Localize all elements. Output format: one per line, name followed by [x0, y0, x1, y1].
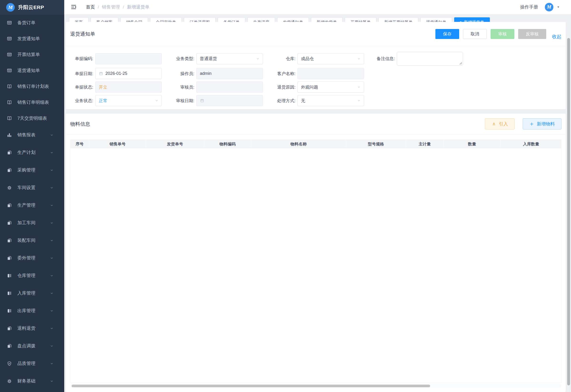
- status-badge: 开立: [99, 84, 107, 90]
- sidebar-item-8[interactable]: 销售报表: [0, 126, 64, 144]
- sidebar-item-19[interactable]: 退料退货: [0, 320, 64, 337]
- biz-type-value: 普通退货: [200, 56, 217, 62]
- sidebar-item-label: 入库管理: [17, 290, 35, 296]
- audit-date-picker[interactable]: [196, 95, 263, 106]
- return-reason-select[interactable]: 外观问题: [297, 82, 364, 93]
- download-icon: [492, 122, 496, 126]
- doc-status-input[interactable]: 开立: [95, 82, 162, 93]
- vertical-scrollbar-thumb[interactable]: [567, 38, 570, 385]
- column-header-8: 数量: [444, 140, 501, 148]
- field-doc-code: 单据编码:: [70, 53, 162, 64]
- sidebar-item-22[interactable]: 财务基础: [0, 372, 64, 390]
- sidebar-item-label: 品质管理: [17, 360, 35, 367]
- biz-status-value: 正常: [99, 98, 107, 104]
- collapse-link[interactable]: 收起: [552, 33, 561, 40]
- sidebar-item-14[interactable]: 装配车间: [0, 232, 64, 249]
- materials-table: 序号销售单号发货单号物料编码物料名称型号规格主计量数量入库数量: [70, 140, 561, 388]
- vertical-scrollbar[interactable]: [567, 36, 571, 392]
- handle-method-select[interactable]: 无: [297, 95, 364, 106]
- sidebar-item-label: 委外管理: [17, 255, 35, 261]
- doc-status-label: 单据状态:: [70, 84, 93, 90]
- resize-grip-icon[interactable]: [459, 62, 462, 65]
- sidebar-item-4[interactable]: 退货通知单: [0, 62, 64, 78]
- manual-link[interactable]: 操作手册: [520, 4, 538, 10]
- caret-down-icon[interactable]: [556, 5, 560, 9]
- sidebar-item-label: 销售订单明细表: [17, 99, 49, 105]
- sidebar-item-15[interactable]: 委外管理: [0, 249, 64, 267]
- biz-status-select[interactable]: 正常: [95, 95, 162, 106]
- customer-input[interactable]: [297, 68, 364, 79]
- app-logo[interactable]: M 升阳云ERP: [0, 0, 64, 15]
- table-icon: [7, 52, 12, 57]
- breadcrumb-separator: /: [123, 4, 124, 10]
- field-customer: 客户名称:: [272, 68, 364, 79]
- chevron-down-icon: [50, 221, 54, 225]
- form-row-3: 单据状态: 开立 审核员: 退货原因: 外观问题: [70, 82, 566, 93]
- sidebar-item-2[interactable]: 发货通知单: [0, 31, 64, 47]
- app-title: 升阳云ERP: [18, 4, 44, 11]
- remark-textarea[interactable]: [397, 52, 463, 65]
- operator-label: 操作员:: [171, 71, 194, 76]
- sidebar-item-label: 开票结算单: [17, 52, 40, 58]
- breadcrumb: 首页/销售管理/新增退货单: [86, 4, 150, 10]
- sidebar-item-10[interactable]: 采购管理: [0, 161, 64, 179]
- form-actions: 保存 取消 审核 反审核 收起: [436, 28, 561, 40]
- import-button[interactable]: 引入: [485, 118, 515, 129]
- return-notice-card: 退货通知单 保存 取消 审核 反审核 收起 单据编码:: [66, 22, 566, 109]
- sidebar-item-label: 出库管理: [17, 308, 35, 314]
- sidebar-item-11[interactable]: 车间设置: [0, 179, 64, 196]
- horizontal-scrollbar[interactable]: [70, 384, 561, 388]
- biz-type-select[interactable]: 普通退货: [196, 53, 263, 64]
- chevron-down-icon: [50, 309, 54, 313]
- return-reason-value: 外观问题: [301, 84, 318, 90]
- sidebar-item-18[interactable]: 出库管理: [0, 302, 64, 320]
- copy-icon: [7, 238, 12, 243]
- auditor-input[interactable]: [196, 82, 263, 93]
- sidebar-item-21[interactable]: 品质管理: [0, 355, 64, 372]
- save-button[interactable]: 保存: [436, 29, 459, 39]
- return-reason-label: 退货原因:: [272, 84, 296, 90]
- breadcrumb-item-1[interactable]: 首页: [86, 4, 95, 10]
- materials-actions: 引入 新增物料: [485, 118, 561, 129]
- chevron-down-icon: [50, 274, 54, 278]
- column-header-2: 销售单号: [89, 140, 146, 148]
- menu-fold-icon[interactable]: [70, 4, 77, 10]
- horizontal-scrollbar-thumb[interactable]: [72, 385, 430, 387]
- app-root: M 升阳云ERP 备货订单发货通知单开票结算单退货通知单销售订单计划表销售订单明…: [0, 0, 571, 392]
- form-card-header: 退货通知单 保存 取消 审核 反审核 收起: [66, 22, 566, 46]
- sidebar-item-17[interactable]: 入库管理: [0, 284, 64, 302]
- sidebar-item-16[interactable]: 仓库管理: [0, 267, 64, 284]
- doc-code-input[interactable]: [95, 53, 162, 64]
- sidebar-item-label: 发货通知单: [17, 36, 40, 42]
- sidebar-item-5[interactable]: 销售订单计划表: [0, 78, 64, 94]
- unaudit-button[interactable]: 反审核: [518, 29, 546, 39]
- avatar[interactable]: M: [545, 3, 553, 11]
- calendar-icon: [99, 71, 103, 76]
- book-icon: [7, 99, 12, 105]
- warehouse-select[interactable]: 成品仓: [297, 53, 364, 64]
- sidebar-item-7[interactable]: 7天交货明细表: [0, 110, 64, 126]
- audit-button[interactable]: 审核: [491, 29, 514, 39]
- sidebar-item-13[interactable]: 加工车间: [0, 214, 64, 232]
- breadcrumb-item-2[interactable]: 销售管理: [102, 4, 120, 10]
- doc-date-picker[interactable]: 2026-01-25: [95, 68, 162, 79]
- operator-input[interactable]: [196, 68, 263, 79]
- sidebar-item-9[interactable]: 生产计划: [0, 144, 64, 161]
- sidebar-item-1[interactable]: 备货订单: [0, 15, 64, 31]
- sidebar-item-label: 加工车间: [17, 220, 35, 226]
- cancel-button[interactable]: 取消: [463, 29, 487, 39]
- add-material-label: 新增物料: [537, 121, 555, 127]
- sidebar-item-6[interactable]: 销售订单明细表: [0, 94, 64, 110]
- add-material-button[interactable]: 新增物料: [523, 118, 561, 129]
- sidebar-item-20[interactable]: 盘点调拨: [0, 337, 64, 355]
- breadcrumb-separator: /: [98, 4, 99, 10]
- import-label: 引入: [499, 121, 508, 127]
- sidebar-item-12[interactable]: 生产管理: [0, 196, 64, 214]
- column-header-9: 入库数量: [501, 140, 561, 148]
- sidebar-item-3[interactable]: 开票结算单: [0, 47, 64, 62]
- chevron-down-icon: [50, 291, 54, 295]
- form-row-4: 业务状态: 正常 审核日期:: [70, 95, 566, 106]
- chevron-down-icon: [50, 362, 54, 366]
- doc-date-value: 2026-01-25: [105, 71, 127, 76]
- copy-icon: [7, 255, 12, 261]
